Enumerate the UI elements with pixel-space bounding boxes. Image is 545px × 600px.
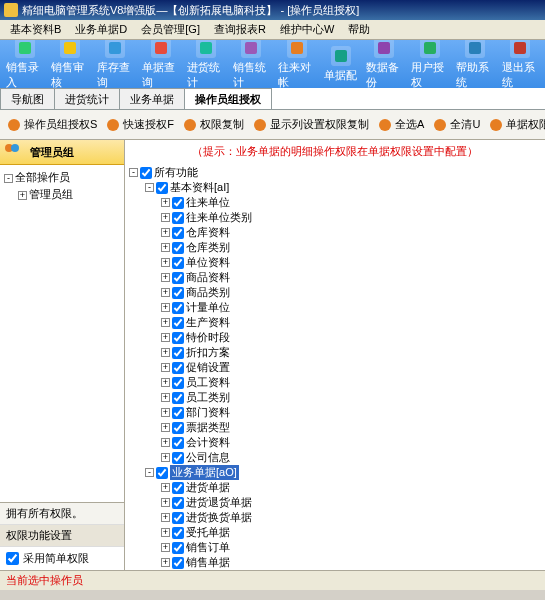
perm-node[interactable]: +往来单位类别 bbox=[129, 210, 541, 225]
perm-checkbox[interactable] bbox=[172, 317, 184, 329]
expand-icon[interactable]: + bbox=[161, 498, 170, 507]
expand-icon[interactable]: + bbox=[161, 438, 170, 447]
collapse-icon[interactable]: - bbox=[4, 174, 13, 183]
collapse-icon[interactable]: - bbox=[145, 468, 154, 477]
perm-copy[interactable]: 权限复制 bbox=[178, 115, 248, 135]
perm-checkbox[interactable] bbox=[172, 257, 184, 269]
perm-node[interactable]: +员工资料 bbox=[129, 375, 541, 390]
perm-node[interactable]: +进货退货单据 bbox=[129, 495, 541, 510]
select-all[interactable]: 全选A bbox=[373, 115, 428, 135]
expand-icon[interactable]: + bbox=[161, 513, 170, 522]
expand-icon[interactable]: + bbox=[161, 423, 170, 432]
data-backup[interactable]: 数据备份 bbox=[362, 40, 407, 88]
perm-node[interactable]: -业务单据[aO] bbox=[129, 465, 541, 480]
doc-query[interactable]: 单据查询 bbox=[138, 40, 183, 88]
expand-icon[interactable]: + bbox=[161, 258, 170, 267]
op-auth-tab[interactable]: 操作员组授权 bbox=[184, 88, 272, 109]
expand-icon[interactable]: + bbox=[161, 318, 170, 327]
help-sys[interactable]: 帮助系统 bbox=[452, 40, 497, 88]
perm-checkbox[interactable] bbox=[172, 347, 184, 359]
perm-checkbox[interactable] bbox=[172, 332, 184, 344]
expand-icon[interactable]: + bbox=[18, 191, 27, 200]
perm-node[interactable]: +仓库类别 bbox=[129, 240, 541, 255]
perm-checkbox[interactable] bbox=[156, 182, 168, 194]
menu-item[interactable]: 业务单据D bbox=[69, 20, 133, 39]
perm-node[interactable]: +进货单据 bbox=[129, 480, 541, 495]
collapse-icon[interactable]: - bbox=[129, 168, 138, 177]
perm-node[interactable]: +折扣方案 bbox=[129, 345, 541, 360]
expand-icon[interactable]: + bbox=[161, 213, 170, 222]
clear-all[interactable]: 全清U bbox=[428, 115, 484, 135]
quick-auth[interactable]: 快速授权F bbox=[101, 115, 178, 135]
expand-icon[interactable]: + bbox=[161, 348, 170, 357]
perm-checkbox[interactable] bbox=[172, 497, 184, 509]
perm-checkbox[interactable] bbox=[172, 362, 184, 374]
doc-perm-set[interactable]: 单据权限设置 bbox=[484, 115, 545, 135]
collapse-icon[interactable]: - bbox=[145, 183, 154, 192]
perm-node[interactable]: +单位资料 bbox=[129, 255, 541, 270]
expand-icon[interactable]: + bbox=[161, 243, 170, 252]
col-perm-copy[interactable]: 显示列设置权限复制 bbox=[248, 115, 373, 135]
expand-icon[interactable]: + bbox=[161, 558, 170, 567]
perm-checkbox[interactable] bbox=[172, 272, 184, 284]
perm-node[interactable]: +商品类别 bbox=[129, 285, 541, 300]
perm-node[interactable]: +员工类别 bbox=[129, 390, 541, 405]
perm-checkbox[interactable] bbox=[172, 527, 184, 539]
perm-node[interactable]: +仓库资料 bbox=[129, 225, 541, 240]
sales-entry[interactable]: 销售录入 bbox=[2, 40, 47, 88]
nav-tab[interactable]: 导航图 bbox=[0, 88, 55, 109]
expand-icon[interactable]: + bbox=[161, 363, 170, 372]
sales-stat[interactable]: 销售统计 bbox=[229, 40, 274, 88]
purchase-stat-tab[interactable]: 进货统计 bbox=[54, 88, 120, 109]
perm-checkbox[interactable] bbox=[172, 452, 184, 464]
expand-icon[interactable]: + bbox=[161, 273, 170, 282]
perm-checkbox[interactable] bbox=[172, 287, 184, 299]
perm-checkbox[interactable] bbox=[172, 407, 184, 419]
expand-icon[interactable]: + bbox=[161, 393, 170, 402]
expand-icon[interactable]: + bbox=[161, 453, 170, 462]
perm-checkbox[interactable] bbox=[172, 422, 184, 434]
perm-checkbox[interactable] bbox=[172, 227, 184, 239]
perm-checkbox[interactable] bbox=[172, 302, 184, 314]
perm-node[interactable]: +促销设置 bbox=[129, 360, 541, 375]
perm-checkbox[interactable] bbox=[172, 512, 184, 524]
doc-group[interactable]: 单据配 bbox=[320, 44, 362, 85]
menu-item[interactable]: 查询报表R bbox=[208, 20, 272, 39]
perm-node[interactable]: +特价时段 bbox=[129, 330, 541, 345]
expand-icon[interactable]: + bbox=[161, 228, 170, 237]
exit-sys[interactable]: 退出系统 bbox=[498, 40, 543, 88]
expand-icon[interactable]: + bbox=[161, 528, 170, 537]
perm-checkbox[interactable] bbox=[140, 167, 152, 179]
perm-node[interactable]: +进货换货单据 bbox=[129, 510, 541, 525]
sales-review[interactable]: 销售审核 bbox=[47, 40, 92, 88]
perm-node[interactable]: +往来单位 bbox=[129, 195, 541, 210]
expand-icon[interactable]: + bbox=[161, 483, 170, 492]
user-auth[interactable]: 用户授权 bbox=[407, 40, 452, 88]
perm-checkbox[interactable] bbox=[172, 542, 184, 554]
perm-checkbox[interactable] bbox=[172, 242, 184, 254]
perm-node[interactable]: +销售订单 bbox=[129, 540, 541, 555]
expand-icon[interactable]: + bbox=[161, 198, 170, 207]
expand-icon[interactable]: + bbox=[161, 543, 170, 552]
perm-checkbox[interactable] bbox=[172, 197, 184, 209]
perm-node[interactable]: +商品资料 bbox=[129, 270, 541, 285]
op-group-auth[interactable]: 操作员组授权S bbox=[2, 115, 101, 135]
expand-icon[interactable]: + bbox=[161, 378, 170, 387]
menu-item[interactable]: 会员管理[G] bbox=[135, 20, 206, 39]
perm-node[interactable]: -基本资料[aI] bbox=[129, 180, 541, 195]
simple-perm-checkbox[interactable] bbox=[6, 552, 19, 565]
perm-checkbox[interactable] bbox=[156, 467, 168, 479]
perm-checkbox[interactable] bbox=[172, 377, 184, 389]
stock-query[interactable]: 库存查询 bbox=[93, 40, 138, 88]
tree-node-root[interactable]: -全部操作员 bbox=[4, 169, 120, 186]
menu-item[interactable]: 帮助 bbox=[342, 20, 376, 39]
menu-item[interactable]: 维护中心W bbox=[274, 20, 340, 39]
tree-node-child[interactable]: +管理员组 bbox=[4, 186, 120, 203]
perm-checkbox[interactable] bbox=[172, 437, 184, 449]
perm-checkbox[interactable] bbox=[172, 212, 184, 224]
perm-node[interactable]: +受托单据 bbox=[129, 525, 541, 540]
perm-node[interactable]: +销售单据 bbox=[129, 555, 541, 570]
simple-perm-row[interactable]: 采用简单权限 bbox=[0, 547, 124, 570]
perm-node[interactable]: +公司信息 bbox=[129, 450, 541, 465]
perm-checkbox[interactable] bbox=[172, 482, 184, 494]
